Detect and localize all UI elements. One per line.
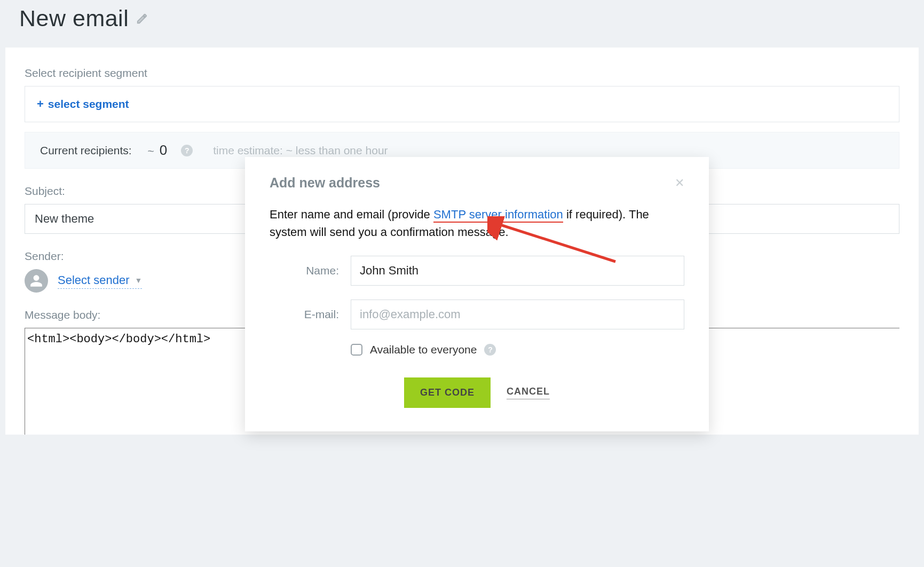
segment-label: Select recipient segment: [25, 67, 899, 80]
select-segment-label: select segment: [48, 98, 129, 111]
cancel-button[interactable]: CANCEL: [507, 386, 550, 399]
help-icon[interactable]: ?: [484, 344, 496, 356]
name-input[interactable]: [351, 256, 684, 286]
modal-description: Enter name and email (provide SMTP serve…: [270, 206, 684, 241]
email-input[interactable]: [351, 300, 684, 329]
add-address-modal: Add new address ✕ Enter name and email (…: [245, 157, 709, 431]
close-icon[interactable]: ✕: [675, 176, 684, 190]
select-segment-button[interactable]: + select segment: [37, 97, 129, 111]
recipients-count: 0: [160, 142, 167, 158]
recipients-label: Current recipients:: [40, 144, 132, 157]
time-estimate: time estimate: ~ less than one hour: [213, 144, 388, 157]
email-label: E-mail:: [270, 308, 339, 321]
smtp-link[interactable]: SMTP server information: [433, 208, 563, 223]
available-label: Available to everyone: [370, 343, 477, 356]
segment-box: + select segment: [25, 86, 899, 122]
modal-desc-before: Enter name and email (provide: [270, 208, 433, 221]
select-sender-dropdown[interactable]: Select sender ▼: [58, 273, 142, 289]
select-sender-label: Select sender: [58, 273, 130, 287]
avatar-icon: [25, 269, 48, 293]
name-label: Name:: [270, 264, 339, 277]
get-code-button[interactable]: GET CODE: [404, 377, 491, 408]
help-icon[interactable]: ?: [181, 145, 193, 156]
pencil-icon[interactable]: [136, 13, 148, 25]
recipients-approx: ~: [148, 145, 154, 157]
plus-icon: +: [37, 97, 44, 111]
modal-title: Add new address: [270, 175, 380, 191]
chevron-down-icon: ▼: [135, 276, 143, 285]
available-checkbox[interactable]: [351, 344, 362, 356]
page-title: New email: [19, 5, 129, 32]
